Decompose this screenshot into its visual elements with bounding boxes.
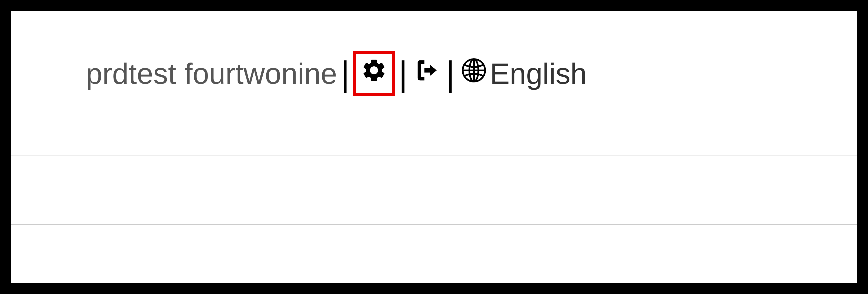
logout-button[interactable] [411, 54, 442, 93]
table-row [11, 190, 857, 225]
table-row [11, 155, 857, 190]
logout-icon [413, 56, 440, 90]
window: prdtest fourtwonine | | | [11, 11, 857, 283]
settings-button[interactable] [353, 51, 395, 96]
language-label: English [490, 56, 587, 90]
divider: | [446, 53, 455, 94]
divider: | [341, 53, 350, 94]
gear-icon [361, 56, 388, 90]
spacer [11, 109, 857, 155]
divider: | [398, 53, 408, 94]
username-label: prdtest fourtwonine [86, 56, 337, 90]
globe-icon [460, 56, 487, 90]
content-area [11, 155, 857, 283]
language-selector[interactable]: English [458, 54, 589, 93]
header-bar: prdtest fourtwonine | | | [11, 11, 857, 109]
